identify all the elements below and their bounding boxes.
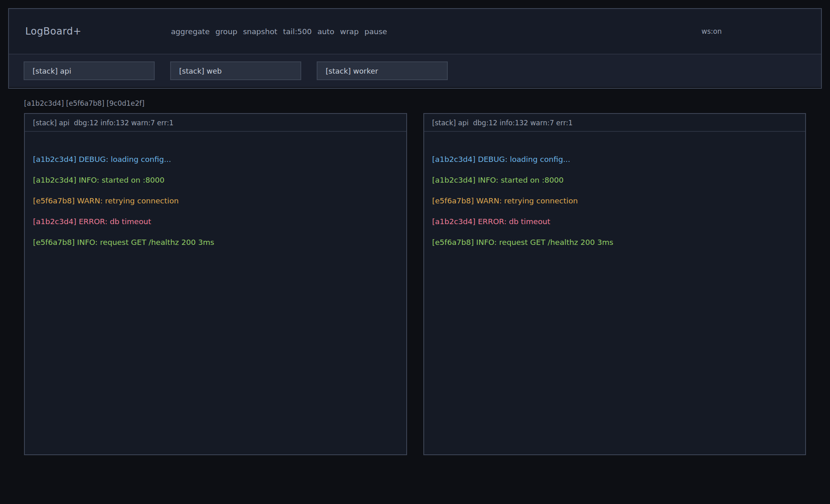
top-bar: LogBoard+ aggregate group snapshot tail:… (8, 8, 822, 89)
toolbar: aggregate group snapshot tail:500 auto w… (171, 27, 387, 36)
toolbar-item-pause[interactable]: pause (364, 27, 387, 36)
log-line: [e5f6a7b8] INFO: request GET /healthz 20… (33, 232, 398, 253)
toolbar-item-group[interactable]: group (215, 27, 237, 36)
log-panel-body: [a1b2c3d4] DEBUG: loading config... [a1b… (25, 132, 406, 261)
tab-label: [stack] web (179, 67, 222, 75)
tab-stack-web[interactable]: [stack] web (170, 61, 301, 80)
toolbar-item-tail[interactable]: tail:500 (283, 27, 311, 36)
toolbar-item-auto[interactable]: auto (318, 27, 335, 36)
log-line: [a1b2c3d4] DEBUG: loading config... (432, 149, 797, 170)
header-row: LogBoard+ aggregate group snapshot tail:… (9, 9, 821, 55)
tab-label: [stack] worker (326, 67, 378, 75)
log-line: [a1b2c3d4] INFO: started on :8000 (33, 170, 398, 190)
log-line: [a1b2c3d4] ERROR: db timeout (432, 211, 797, 232)
log-panel-left: [stack] api dbg:12 info:132 warn:7 err:1… (24, 113, 407, 455)
toolbar-item-aggregate[interactable]: aggregate (171, 27, 210, 36)
log-panel-header: [stack] api dbg:12 info:132 warn:7 err:1 (25, 114, 406, 132)
log-line: [a1b2c3d4] INFO: started on :8000 (432, 170, 797, 190)
request-id-list: [a1b2c3d4] [e5f6a7b8] [9c0d1e2f] (24, 99, 806, 107)
log-panels-grid: [stack] api dbg:12 info:132 warn:7 err:1… (24, 113, 806, 455)
log-line: [e5f6a7b8] WARN: retrying connection (33, 190, 398, 211)
log-line: [e5f6a7b8] WARN: retrying connection (432, 190, 797, 211)
main-content: [a1b2c3d4] [e5f6a7b8] [9c0d1e2f] [stack]… (24, 99, 806, 455)
log-line: [e5f6a7b8] INFO: request GET /healthz 20… (432, 232, 797, 253)
log-panel-right: [stack] api dbg:12 info:132 warn:7 err:1… (423, 113, 806, 455)
tab-stack-worker[interactable]: [stack] worker (317, 61, 448, 80)
toolbar-item-snapshot[interactable]: snapshot (243, 27, 277, 36)
stack-tabs-row: [stack] api [stack] web [stack] worker (9, 55, 821, 87)
log-panel-body: [a1b2c3d4] DEBUG: loading config... [a1b… (424, 132, 806, 261)
tab-stack-api[interactable]: [stack] api (24, 61, 155, 80)
log-panel-header: [stack] api dbg:12 info:132 warn:7 err:1 (424, 114, 806, 132)
log-line: [a1b2c3d4] DEBUG: loading config... (33, 149, 398, 170)
websocket-status-toggle[interactable]: ws:on (701, 27, 722, 35)
log-line: [a1b2c3d4] ERROR: db timeout (33, 211, 398, 232)
tab-label: [stack] api (33, 67, 71, 75)
app-title: LogBoard+ (25, 26, 81, 37)
toolbar-item-wrap[interactable]: wrap (340, 27, 359, 36)
